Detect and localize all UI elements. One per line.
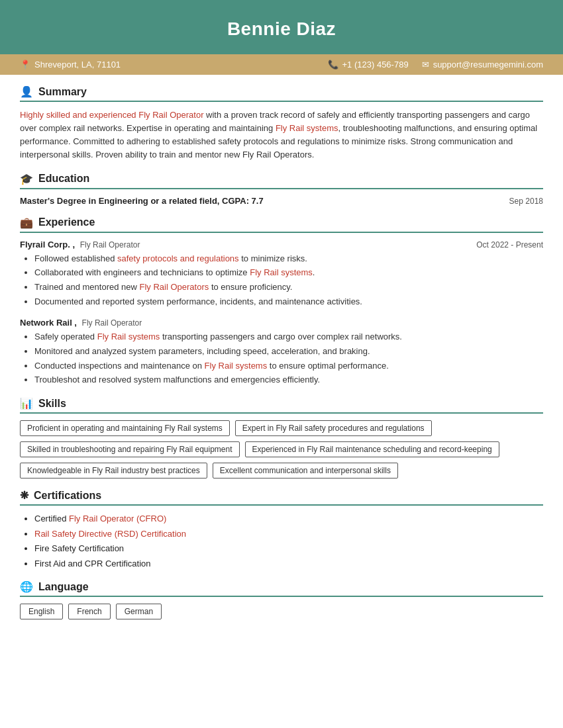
skill-tag-2: Expert in Fly Rail safety procedures and… [235, 420, 432, 436]
exp-bullet-1-3: Trained and mentored new Fly Rail Operat… [34, 281, 543, 294]
cert-item-1: Certified Fly Rail Operator (CFRO) [34, 512, 543, 525]
exp-company-2: Network Rail , [20, 318, 77, 328]
header-name-section: Bennie Diaz [0, 0, 563, 54]
lang-tag-english: English [20, 604, 63, 619]
email-icon: ✉ [422, 60, 429, 69]
exp-bullet-1-2: Collaborated with engineers and technici… [34, 267, 543, 279]
location-item: 📍 Shreveport, LA, 71101 [20, 60, 121, 69]
experience-entry-2: Network Rail , Fly Rail Operator Safely … [20, 318, 543, 387]
language-section: 🌐 Language English French German [20, 580, 543, 619]
certifications-icon: ❋ [20, 489, 28, 502]
email-item: ✉ support@resumegemini.com [422, 60, 543, 69]
exp-header-1: Flyrail Corp. , Fly Rail Operator Oct 20… [20, 240, 543, 250]
cert-item-2: Rail Safety Directive (RSD) Certificatio… [34, 527, 543, 541]
skill-tag-1: Proficient in operating and maintaining … [20, 420, 230, 436]
cert-item-4: First Aid and CPR Certification [34, 557, 543, 570]
summary-text: Highly skilled and experienced Fly Rail … [20, 109, 543, 162]
lang-tag-german: German [116, 604, 162, 619]
skill-tag-4: Experienced in Fly Rail maintenance sche… [245, 441, 499, 457]
exp-role-1: Fly Rail Operator [80, 240, 140, 250]
language-container: English French German [20, 604, 543, 619]
exp-bullets-1: Followed established safety protocols an… [20, 253, 543, 308]
phone-icon: 📞 [328, 60, 338, 69]
contact-group-right: 📞 +1 (123) 456-789 ✉ support@resumegemin… [328, 60, 543, 69]
exp-header-2: Network Rail , Fly Rail Operator [20, 318, 543, 328]
education-row: Master's Degree in Engineering or a rela… [20, 196, 543, 206]
exp-role-2: Fly Rail Operator [82, 318, 142, 328]
experience-icon: 💼 [20, 216, 33, 229]
lang-tag-french: French [68, 604, 110, 619]
education-section: 🎓 Education Master's Degree in Engineeri… [20, 173, 543, 206]
skills-icon: 📊 [20, 397, 33, 410]
location-icon: 📍 [20, 60, 30, 69]
main-content: 👤 Summary Highly skilled and experienced… [0, 75, 563, 650]
exp-bullet-1-4: Documented and reported system performan… [34, 296, 543, 308]
skill-tag-3: Skilled in troubleshooting and repairing… [20, 441, 240, 457]
cert-item-3: Fire Safety Certification [34, 542, 543, 555]
certifications-section: ❋ Certifications Certified Fly Rail Oper… [20, 489, 543, 570]
exp-bullet-2-1: Safely operated Fly Rail systems transpo… [34, 331, 543, 343]
phone-text: +1 (123) 456-789 [342, 60, 409, 69]
experience-entry-1: Flyrail Corp. , Fly Rail Operator Oct 20… [20, 240, 543, 308]
education-icon: 🎓 [20, 173, 33, 185]
skill-tag-5: Knowledgeable in Fly Rail industry best … [20, 463, 207, 478]
skills-container: Proficient in operating and maintaining … [20, 420, 543, 478]
skills-section: 📊 Skills Proficient in operating and mai… [20, 397, 543, 478]
exp-bullet-2-2: Monitored and analyzed system parameters… [34, 345, 543, 358]
location-text: Shreveport, LA, 71101 [34, 60, 121, 69]
exp-bullet-1-1: Followed established safety protocols an… [34, 253, 543, 265]
candidate-name: Bennie Diaz [13, 19, 550, 40]
language-title: 🌐 Language [20, 580, 543, 597]
exp-date-1: Oct 2022 - Present [476, 240, 543, 250]
exp-company-role-2: Network Rail , Fly Rail Operator [20, 318, 142, 328]
email-text: support@resumegemini.com [433, 60, 543, 69]
experience-section: 💼 Experience Flyrail Corp. , Fly Rail Op… [20, 216, 543, 387]
summary-title: 👤 Summary [20, 85, 543, 102]
exp-bullets-2: Safely operated Fly Rail systems transpo… [20, 331, 543, 387]
education-date: Sep 2018 [509, 197, 543, 206]
summary-icon: 👤 [20, 85, 33, 98]
education-degree: Master's Degree in Engineering or a rela… [20, 196, 264, 206]
certifications-title: ❋ Certifications [20, 489, 543, 506]
exp-company-role-1: Flyrail Corp. , Fly Rail Operator [20, 240, 140, 250]
exp-bullet-2-3: Conducted inspections and maintenance on… [34, 360, 543, 373]
summary-section: 👤 Summary Highly skilled and experienced… [20, 85, 543, 162]
certifications-list: Certified Fly Rail Operator (CFRO) Rail … [20, 512, 543, 570]
skill-tag-6: Excellent communication and interpersona… [213, 463, 398, 478]
language-icon: 🌐 [20, 580, 33, 593]
exp-bullet-2-4: Troubleshot and resolved system malfunct… [34, 374, 543, 387]
header-contact-bar: 📍 Shreveport, LA, 71101 📞 +1 (123) 456-7… [0, 54, 563, 75]
exp-company-1: Flyrail Corp. , [20, 240, 75, 250]
phone-item: 📞 +1 (123) 456-789 [328, 60, 409, 69]
skills-title: 📊 Skills [20, 397, 543, 414]
experience-title: 💼 Experience [20, 216, 543, 233]
education-title: 🎓 Education [20, 173, 543, 189]
